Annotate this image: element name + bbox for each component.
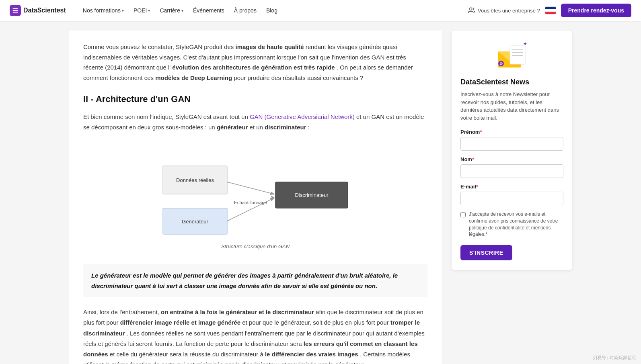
para1-middle2: et un xyxy=(250,124,265,131)
email-required: * xyxy=(476,184,478,190)
newsletter-illustration: ✦ ⚙ xyxy=(494,40,530,72)
nav-poei[interactable]: POEI ▾ xyxy=(129,5,154,16)
poei-caret: ▾ xyxy=(148,8,150,13)
checkbox-group: J'accepte de recevoir vos e-mails et con… xyxy=(460,211,563,238)
nom-label: Nom* xyxy=(460,156,563,162)
nav-formations[interactable]: Nos formations ▾ xyxy=(79,5,128,16)
formations-caret: ▾ xyxy=(122,8,124,13)
prenom-group: Prénom* xyxy=(460,129,563,151)
highlight-block: Le générateur est le modèle qui permet d… xyxy=(83,264,427,297)
nav-links: Nos formations ▾ POEI ▾ Carrière ▾ Événe… xyxy=(79,5,468,16)
logo-link[interactable]: DataScientest xyxy=(10,5,66,16)
svg-text:Données réelles: Données réelles xyxy=(176,177,214,183)
highlight-text: Le générateur est le modèle qui permet d… xyxy=(91,270,419,291)
consent-label: J'accepte de recevoir vos e-mails et con… xyxy=(469,211,563,238)
gan-diagram: Données réelles Générateur Discriminateu… xyxy=(151,142,360,239)
consent-required: * xyxy=(485,231,487,237)
logo-icon xyxy=(10,5,21,16)
nom-required: * xyxy=(472,156,474,162)
enterprise-label: Vous êtes une entreprise ? xyxy=(478,8,540,14)
page-wrapper: Comme vous pouvez le constater, StyleGAN… xyxy=(59,21,582,364)
logo-text: DataScientest xyxy=(23,7,66,14)
svg-text:⚙: ⚙ xyxy=(499,61,503,66)
svg-marker-10 xyxy=(271,196,275,199)
svg-text:Générateur: Générateur xyxy=(182,219,208,225)
bottom-mid2: et pour que le générateur, soit de plus … xyxy=(242,319,390,326)
diagram-container: Données réelles Générateur Discriminateu… xyxy=(83,142,427,258)
newsletter-icon-wrap: ✦ ⚙ xyxy=(460,40,563,72)
flag-icon[interactable] xyxy=(545,6,556,14)
prenom-label: Prénom* xyxy=(460,129,563,135)
newsletter-form: Prénom* Nom* E-mail* xyxy=(460,129,563,260)
nav-carriere[interactable]: Carrière ▾ xyxy=(156,5,187,16)
watermark: 刃易号 | 时尚玩家岳可 xyxy=(593,355,636,361)
para1-prefix: Et bien comme son nom l'indique, StyleGA… xyxy=(83,113,250,120)
svg-line-7 xyxy=(227,182,274,194)
intro-paragraph: Comme vous pouvez le constater, StyleGAN… xyxy=(83,42,427,83)
navbar: DataScientest Nos formations ▾ POEI ▾ Ca… xyxy=(0,0,641,21)
section-para1: Et bien comme son nom l'indique, StyleGA… xyxy=(83,112,427,132)
email-group: E-mail* xyxy=(460,184,563,205)
prenom-input[interactable] xyxy=(460,137,563,151)
email-input[interactable] xyxy=(460,192,563,205)
nom-group: Nom* xyxy=(460,156,563,178)
intro-bold2: évolution des architectures de génératio… xyxy=(172,64,335,71)
nom-input[interactable] xyxy=(460,164,563,178)
intro-bold1: images de haute qualité xyxy=(236,43,304,50)
intro-suffix: pour produire des résultats aussi convai… xyxy=(234,74,363,81)
bottom-paragraph: Ainsi, lors de l'entraînement, on entraî… xyxy=(83,307,427,364)
newsletter-title: DataScientest News xyxy=(460,78,563,86)
newsletter-card: ✦ ⚙ DataScientest News Inscrivez-vous à … xyxy=(452,31,572,270)
section-title: II - Architecture d'un GAN xyxy=(83,94,427,104)
bottom-bold5: le différencier des vraies images xyxy=(265,351,358,358)
para1-bold2: discriminateur xyxy=(265,124,306,131)
svg-text:Discriminateur: Discriminateur xyxy=(295,192,329,198)
nav-evenements[interactable]: Événements xyxy=(189,5,228,16)
bottom-bold2: différencier image réelle et image génér… xyxy=(120,319,240,326)
intro-bold3: modèles de Deep Learning xyxy=(155,74,232,81)
main-content: Comme vous pouvez le constater, StyleGAN… xyxy=(69,31,442,364)
para1-bold1: générateur xyxy=(217,124,248,131)
diagram-caption: Structure classique d'un GAN xyxy=(221,243,290,249)
bottom-bold1: on entraîne à la fois le générateur et l… xyxy=(161,309,314,315)
para1-suffix: : xyxy=(308,124,310,131)
newsletter-desc: Inscrivez-vous à notre Newsletter pour r… xyxy=(460,90,563,122)
subscribe-button[interactable]: S'INSCRIRE xyxy=(460,245,512,260)
email-label: E-mail* xyxy=(460,184,563,190)
sidebar: ✦ ⚙ DataScientest News Inscrivez-vous à … xyxy=(452,31,572,364)
nav-apropos[interactable]: À propos xyxy=(230,5,261,16)
bottom-prefix: Ainsi, lors de l'entraînement, xyxy=(83,309,161,315)
nav-blog[interactable]: Blog xyxy=(262,5,281,16)
nav-right: Vous êtes une entreprise ? Prendre rende… xyxy=(468,4,631,17)
intro-prefix: Comme vous pouvez le constater, StyleGAN… xyxy=(83,43,236,50)
prenom-required: * xyxy=(480,129,482,135)
svg-text:Echantillonnage: Echantillonnage xyxy=(234,200,267,205)
gan-link[interactable]: GAN (Generative Adversiarial Network) xyxy=(250,113,355,120)
svg-text:✦: ✦ xyxy=(523,41,528,47)
svg-point-0 xyxy=(470,8,472,10)
cta-button[interactable]: Prendre rendez-vous xyxy=(561,4,631,17)
consent-checkbox[interactable] xyxy=(460,212,466,217)
carriere-caret: ▾ xyxy=(181,8,183,13)
bottom-mid4: et celle du générateur sera la réussite … xyxy=(110,351,265,358)
enterprise-link[interactable]: Vous êtes une entreprise ? xyxy=(468,7,540,14)
